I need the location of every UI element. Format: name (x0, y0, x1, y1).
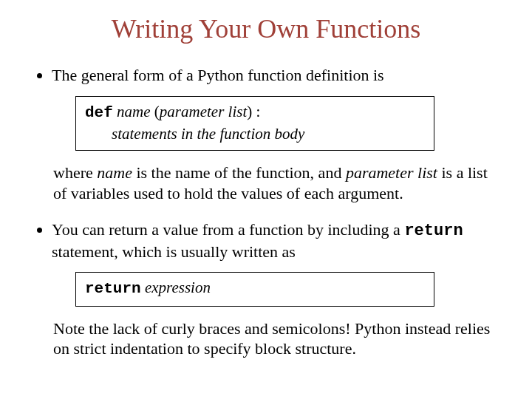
def-close-paren-colon: ) : (247, 103, 260, 120)
slide: Writing Your Own Functions The general f… (0, 0, 532, 399)
after1-paramlist: parameter list (346, 163, 437, 182)
bullet-2: You can return a value from a function b… (52, 219, 497, 262)
def-name: name (117, 103, 151, 120)
bullet-list: The general form of a Python function de… (35, 65, 497, 86)
bullet-2-post: statement, which is usually written as (52, 242, 296, 261)
keyword-def: def (85, 104, 113, 121)
code-box-return: return expression (75, 272, 434, 306)
def-open-paren: ( (151, 103, 160, 120)
def-paramlist: parameter list (160, 103, 247, 120)
bullet-2-pre: You can return a value from a function b… (52, 220, 404, 239)
code-box-def: def name (parameter list) : statements i… (75, 96, 434, 151)
bullet-list-2: You can return a value from a function b… (35, 219, 497, 262)
return-expression: expression (145, 279, 211, 296)
after-box-1: where name is the name of the function, … (53, 163, 497, 203)
keyword-return-inline: return (404, 222, 463, 240)
after1-pre: where (53, 163, 97, 182)
def-body: statements in the function body (85, 123, 425, 144)
bullet-1-text: The general form of a Python function de… (52, 66, 384, 84)
bullet-1: The general form of a Python function de… (52, 65, 497, 86)
after1-mid1: is the name of the function, and (132, 163, 346, 182)
code-box-def-line1: def name (parameter list) : (85, 101, 425, 123)
after-box-2: Note the lack of curly braces and semico… (53, 318, 497, 359)
slide-title: Writing Your Own Functions (35, 13, 497, 44)
after1-name: name (97, 163, 132, 182)
keyword-return: return (85, 280, 141, 297)
